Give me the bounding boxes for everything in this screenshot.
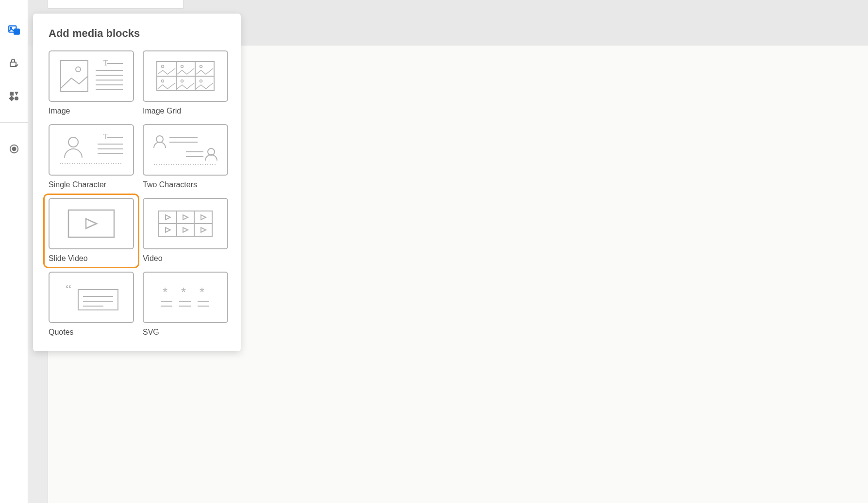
add-media-panel: Add media blocks T Image — [33, 14, 241, 351]
svg-point-10 — [12, 147, 16, 150]
block-image-grid-thumb — [143, 50, 228, 102]
record-icon[interactable] — [7, 142, 21, 156]
svg-point-12 — [76, 67, 81, 72]
block-image-grid-label: Image Grid — [143, 107, 228, 115]
block-image-grid[interactable]: Image Grid — [143, 50, 228, 115]
svg-rect-6 — [10, 92, 14, 96]
media-icon[interactable] — [7, 23, 21, 37]
svg-point-28 — [181, 80, 184, 82]
block-single-character[interactable]: T Single Character — [49, 124, 134, 189]
svg-point-4 — [17, 31, 18, 32]
block-slide-video[interactable]: Slide Video — [43, 194, 139, 268]
block-video-thumb — [143, 198, 228, 249]
block-svg-thumb: * * * — [143, 272, 228, 323]
block-svg-label: SVG — [143, 328, 228, 337]
block-video[interactable]: Video — [143, 198, 228, 263]
panel-title: Add media blocks — [49, 27, 225, 40]
block-image-label: Image — [49, 107, 134, 115]
svg-text:*: * — [200, 285, 204, 299]
block-single-character-label: Single Character — [49, 180, 134, 189]
block-two-characters[interactable]: Two Characters — [143, 124, 228, 189]
shapes-icon[interactable] — [7, 89, 21, 103]
svg-point-26 — [200, 65, 202, 68]
svg-point-37 — [156, 136, 163, 143]
rail-divider — [0, 122, 28, 123]
block-single-character-thumb: T — [49, 124, 134, 176]
block-quotes-label: Quotes — [49, 328, 134, 337]
svg-text:T: T — [103, 132, 108, 141]
block-quotes-thumb: “ — [49, 272, 134, 323]
svg-point-27 — [162, 80, 164, 82]
block-two-characters-thumb — [143, 124, 228, 176]
canvas-page-right[interactable] — [188, 46, 868, 503]
lock-check-icon[interactable] — [7, 56, 21, 70]
svg-text:*: * — [181, 285, 186, 299]
svg-rect-7 — [9, 96, 14, 101]
svg-point-25 — [181, 65, 184, 68]
svg-point-3 — [15, 31, 16, 32]
blocks-grid: T Image — [49, 50, 225, 337]
block-video-label: Video — [143, 254, 228, 263]
svg-point-24 — [162, 65, 164, 68]
svg-point-30 — [68, 137, 78, 147]
svg-point-40 — [208, 148, 215, 155]
svg-rect-44 — [68, 210, 114, 237]
block-image-thumb: T — [49, 50, 134, 102]
svg-rect-50 — [78, 290, 118, 310]
left-rail — [0, 0, 28, 503]
block-slide-video-thumb — [49, 198, 134, 249]
canvas-mini-page — [48, 0, 184, 9]
svg-point-1 — [10, 27, 12, 29]
block-svg[interactable]: * * * SVG — [143, 272, 228, 337]
block-slide-video-label: Slide Video — [49, 254, 134, 263]
svg-point-29 — [200, 80, 202, 82]
block-image[interactable]: T Image — [49, 50, 134, 115]
block-quotes[interactable]: “ Quotes — [49, 272, 134, 337]
svg-rect-11 — [61, 61, 88, 92]
svg-text:“: “ — [66, 281, 71, 296]
svg-point-8 — [15, 97, 18, 100]
svg-text:*: * — [163, 285, 167, 299]
block-two-characters-label: Two Characters — [143, 180, 228, 189]
svg-text:T: T — [103, 59, 108, 67]
